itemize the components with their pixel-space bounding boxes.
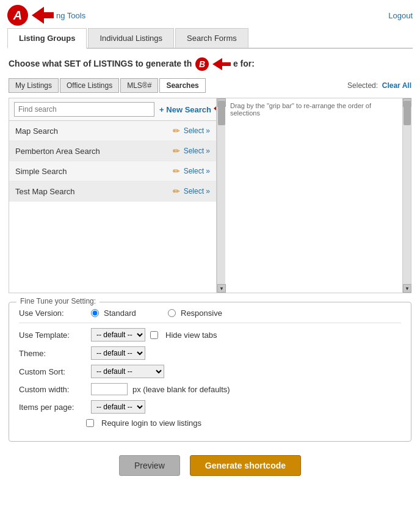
edit-icon[interactable]: ✏ [173, 166, 180, 176]
selected-label: Selected: [347, 81, 378, 90]
custom-width-input[interactable] [91, 383, 128, 395]
selected-info: Selected: Clear All [347, 81, 411, 90]
list-item: Simple Search ✏ Select » [9, 161, 216, 181]
list-item: Pemberton Area Search ✏ Select » [9, 141, 216, 161]
sub-tab-searches[interactable]: Searches [159, 78, 205, 93]
search-item-name: Simple Search [15, 167, 173, 176]
scroll-thumb[interactable] [218, 101, 225, 125]
custom-width-row: Custom width: px (leave blank for defaul… [19, 383, 401, 395]
select-link[interactable]: Select » [184, 126, 210, 135]
sub-tab-mls[interactable]: MLS®# [120, 78, 158, 93]
theme-label: Theme: [19, 349, 86, 358]
require-login-checkbox[interactable] [86, 419, 94, 427]
edit-icon[interactable]: ✏ [173, 146, 180, 156]
custom-sort-label: Custom Sort: [19, 367, 86, 376]
search-list: Map Search ✏ Select » Pemberton Area Sea… [9, 121, 216, 293]
standard-radio[interactable] [91, 309, 99, 317]
standard-radio-label: Standard [91, 309, 158, 318]
use-version-label: Use Version: [19, 309, 86, 318]
custom-width-label: Custom width: [19, 385, 86, 394]
search-right-panel: Drag by the "grip bar" to re-arrange the… [225, 98, 402, 293]
logo-a-badge: A [7, 5, 28, 26]
custom-sort-select[interactable]: -- default -- [91, 365, 164, 378]
sub-tab-office-listings[interactable]: Office Listings [60, 78, 119, 93]
search-top-bar: + New Search [9, 98, 216, 121]
list-item: Test Map Search ✏ Select » [9, 181, 216, 202]
responsive-label: Responsive [181, 309, 222, 318]
generate-shortcode-button[interactable]: Generate shortcode [190, 455, 301, 476]
tab-search-forms[interactable]: Search Forms [175, 28, 248, 48]
hide-view-tabs-label: Hide view tabs [165, 331, 217, 340]
theme-select[interactable]: -- default -- [91, 346, 145, 360]
theme-row: Theme: -- default -- [19, 346, 401, 360]
custom-sort-row: Custom Sort: -- default -- [19, 365, 401, 378]
version-radio-group: Standard Responsive [91, 309, 235, 318]
new-search-link[interactable]: + New Search [159, 105, 211, 114]
tab-listing-groups[interactable]: Listing Groups [7, 28, 87, 49]
choose-text-after: e for: [233, 59, 255, 68]
edit-icon[interactable]: ✏ [173, 126, 180, 136]
items-per-page-select[interactable]: -- default -- [91, 400, 145, 414]
sub-tab-my-listings[interactable]: My Listings [9, 78, 59, 93]
arrow-b-icon [212, 58, 231, 70]
search-item-name: Pemberton Area Search [15, 147, 173, 156]
sub-tabs-row: My Listings Office Listings MLS®# Search… [9, 78, 411, 93]
require-login-row: Require login to view listings [86, 418, 401, 428]
search-panel: + New Search Map Search ✏ Select » [9, 98, 411, 293]
right-scrollbar[interactable]: ▲ ▼ [402, 98, 411, 293]
right-scroll-down-arrow[interactable]: ▼ [403, 284, 411, 293]
letter-b-badge: B [195, 57, 209, 71]
divider [19, 323, 401, 323]
preview-button[interactable]: Preview [119, 455, 180, 476]
search-input[interactable] [14, 102, 154, 117]
fine-tune-legend: Fine Tune your Setting: [16, 297, 100, 305]
use-template-label: Use Template: [19, 331, 86, 340]
drag-hint-text: Drag by the "grip bar" to re-arrange the… [225, 98, 402, 119]
items-per-page-label: Items per page: [19, 403, 86, 412]
main-content: Choose what SET of LISTINGS to generate … [0, 49, 420, 492]
tab-individual-listings[interactable]: Individual Listings [88, 28, 174, 48]
left-scrollbar[interactable]: ▲ ▼ [217, 98, 225, 293]
right-scroll-thumb[interactable] [404, 101, 411, 125]
fine-tune-section: Fine Tune your Setting: Use Version: Sta… [9, 302, 411, 442]
ng-tools-link[interactable]: ng Tools [56, 11, 85, 20]
logout-link[interactable]: Logout [388, 11, 413, 20]
use-version-row: Use Version: Standard Responsive [19, 309, 401, 318]
standard-label: Standard [104, 309, 136, 318]
bottom-buttons: Preview Generate shortcode [9, 448, 411, 486]
use-template-row: Use Template: -- default -- Hide view ta… [19, 328, 401, 342]
clear-all-link[interactable]: Clear All [382, 81, 411, 90]
svg-marker-0 [32, 7, 54, 24]
arrow-a-icon [32, 7, 54, 24]
edit-icon[interactable]: ✏ [173, 186, 180, 196]
list-item: Map Search ✏ Select » [9, 121, 216, 141]
top-bar: A ng Tools Logout [0, 0, 420, 28]
responsive-radio-label: Responsive [168, 309, 235, 318]
search-left-panel: + New Search Map Search ✏ Select » [9, 98, 217, 293]
scroll-down-arrow[interactable]: ▼ [217, 284, 226, 293]
choose-heading: Choose what SET of LISTINGS to generate … [9, 57, 411, 71]
select-link[interactable]: Select » [184, 167, 210, 175]
right-scroll-area [225, 119, 402, 293]
search-item-name: Map Search [15, 126, 173, 136]
main-tabs: Listing Groups Individual Listings Searc… [7, 28, 413, 49]
search-item-name: Test Map Search [15, 187, 173, 196]
custom-width-suffix: px (leave blank for defaults) [132, 385, 230, 394]
template-select[interactable]: -- default -- [91, 328, 145, 342]
svg-marker-1 [212, 58, 231, 70]
top-bar-left: A ng Tools [7, 5, 85, 26]
choose-text-before: Choose what SET of LISTINGS to generate … [9, 59, 192, 68]
hide-view-tabs-checkbox[interactable] [150, 331, 158, 339]
select-link[interactable]: Select » [184, 147, 210, 155]
require-login-label: Require login to view listings [101, 418, 201, 428]
select-link[interactable]: Select » [184, 187, 210, 195]
responsive-radio[interactable] [168, 309, 176, 317]
items-per-page-row: Items per page: -- default -- [19, 400, 401, 414]
